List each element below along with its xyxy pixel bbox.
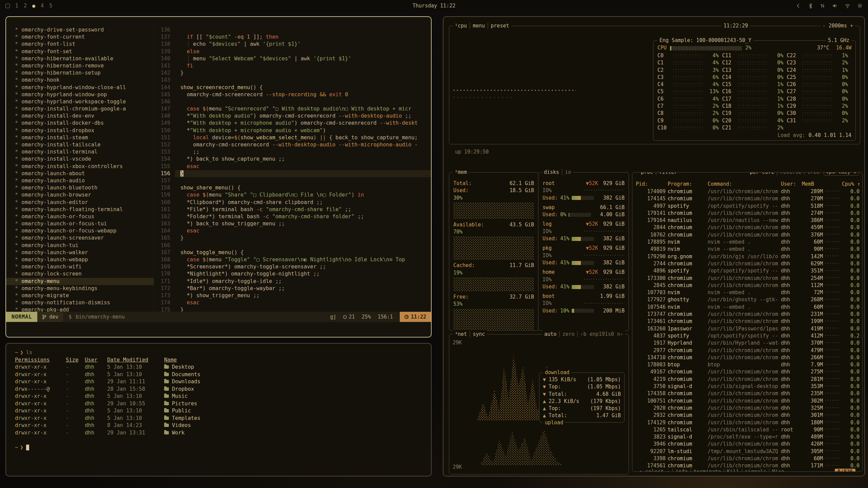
file-item[interactable]: *omarchy-hyprland-window-pop [15, 91, 154, 98]
code-line[interactable]: *File*) terminal bash -c "omarchy-cmd-sh… [180, 206, 431, 213]
code-line[interactable]: omarchy-cmd-screenrecord --with-desktop-… [180, 141, 431, 148]
net-interface-tabs[interactable]: auto│zero│‹b enp191s0 n› [542, 330, 625, 338]
workspace-1[interactable]: 1 [15, 3, 18, 9]
code-line[interactable]: *Screensaver*) omarchy-toggle-screensave… [180, 263, 431, 270]
process-row[interactable]: 2845chromium/usr/lib/chromium/chromdhh11… [636, 282, 860, 289]
code-line[interactable]: *Nightlight*) omarchy-toggle-nightlight … [180, 270, 431, 278]
code-line[interactable]: *"With desktop audio") omarchy-cmd-scree… [180, 113, 431, 120]
file-item[interactable]: *omarchy-launch-webapp [15, 256, 154, 263]
prompt-line-current[interactable]: ~❯ [15, 444, 431, 451]
net-tabs[interactable]: ³net│sync [453, 330, 487, 338]
code-buffer[interactable]: if [[ "$count" -eq 1 ]]; then │ echo "$d… [175, 26, 431, 313]
workspace-4[interactable]: 4 [41, 3, 44, 9]
file-item[interactable]: *omarchy-launch-wifi [15, 263, 154, 270]
code-line[interactable]: show_toggle_menu() { [180, 249, 431, 256]
file-item[interactable]: *omarchy-hook [15, 77, 154, 84]
code-line[interactable]: esac [180, 163, 431, 170]
code-line[interactable]: case $(menu "Share" "▢ Clipboard\n▢ File… [180, 191, 431, 199]
file-item[interactable]: *omarchy-menu [6, 278, 154, 285]
process-row[interactable]: 4837spotify/opt/spotify/spotify --dhh412… [636, 332, 860, 340]
code-line[interactable]: } [180, 69, 431, 77]
process-row[interactable]: 178003btopbtopdhh7.9M0.0 [636, 361, 860, 368]
process-row[interactable]: 178895nvimnvim --embed .dhh60M0.0 [636, 239, 860, 246]
process-row[interactable]: 3750signal-d/usr/lib/signal-desktopdhh35… [636, 383, 860, 390]
process-row[interactable]: 92207lm-studi/tmp/.mount_lmstudw3AZQdhh3… [636, 448, 860, 455]
code-line[interactable]: *Clipboard*) omarchy-cmd-share clipboard… [180, 199, 431, 206]
code-line[interactable]: *) back_to show_trigger_menu ;; [180, 220, 431, 227]
code-line[interactable]: case $(menu "Toggle" "▢ Screensaver\n◐ N… [180, 256, 431, 263]
menu-icon[interactable] [5, 4, 10, 8]
code-line[interactable]: *Bar*) omarchy-toggle-waybar ;; [180, 285, 431, 292]
code-line[interactable]: show_share_menu() { [180, 184, 431, 191]
code-line[interactable]: *"With desktop + microphone audio + webc… [180, 127, 431, 134]
code-line[interactable] [180, 98, 431, 105]
editor-window[interactable]: *omarchy-drive-set-password*omarchy-font… [5, 16, 432, 338]
code-line[interactable]: *Folder*) terminal bash -c "omarchy-cmd-… [180, 213, 431, 220]
file-item[interactable]: *omarchy-install-vscode [15, 156, 154, 163]
proc-footer[interactable]: ↑ select ↓│info│terminate│Kill│signals│N… [637, 468, 786, 472]
process-row[interactable]: 3946chromium/usr/lib/chromium/chromdhh42… [636, 441, 860, 448]
process-row[interactable]: 1265tailscal/usr/sbin/tailscaled --root9… [636, 426, 860, 433]
process-row[interactable]: 173747chromium/usr/lib/chromium/chromdhh… [636, 311, 860, 318]
code-line[interactable]: } [180, 235, 431, 242]
code-line[interactable]: *) show_trigger_menu ;; [180, 292, 431, 299]
code-line[interactable]: omarchy-cmd-screenrecord --stop-recordin… [180, 91, 431, 98]
process-row[interactable]: 173461chromium/usr/lib/chromium/chromdhh… [636, 318, 860, 325]
update-interval[interactable]: - 2000ms + [821, 22, 855, 29]
file-item[interactable]: *omarchy-launch-browser [15, 191, 154, 199]
code-line[interactable]: esac [180, 299, 431, 306]
process-row[interactable]: 4219chromium/usr/lib/chromium/chromdhh28… [636, 376, 860, 383]
process-row[interactable]: 3398chromium/usr/lib/chromium/chromdhh60… [636, 455, 860, 462]
code-line[interactable] [180, 77, 431, 84]
file-item[interactable]: *omarchy-launch-bluetooth [15, 184, 154, 191]
process-row[interactable]: 1917Hyprland/usr/bin/Hyprland --watchdog… [636, 340, 860, 347]
file-item[interactable]: *omarchy-hyprland-window-close-all [15, 84, 154, 91]
file-item[interactable]: *omarchy-launch-or-focus-tui [15, 220, 154, 227]
file-item[interactable]: *omarchy-launch-tui [15, 242, 154, 249]
gear-icon[interactable] [857, 3, 863, 8]
file-item[interactable]: *omarchy-hibernation-available [15, 55, 154, 62]
file-item[interactable]: *omarchy-install-xbox-controllers [15, 163, 154, 170]
code-line[interactable]: if [[ "$count" -eq 1 ]]; then [180, 34, 431, 41]
file-item[interactable]: *omarchy-install-tailscale [15, 141, 154, 148]
process-row[interactable]: 2920chromium/usr/lib/chromium/chromdhh32… [636, 405, 860, 412]
chevron-left-icon[interactable] [796, 3, 801, 8]
file-item[interactable]: *omarchy-font-set [15, 48, 154, 55]
proc-table-header[interactable]: Pid:Program:Command:User:MemBCpu% ↑ [636, 181, 860, 188]
process-row[interactable]: 4896spotify/opt/spotify/spotify --dhh351… [636, 267, 860, 274]
process-row[interactable]: 100751chromium/usr/lib/chromium/chromdhh… [636, 398, 860, 405]
file-item[interactable]: *omarchy-launch-walker [15, 249, 154, 256]
process-row[interactable]: 179290org.gnom/usr/bin/gjs /usr/lib/odhh… [636, 253, 860, 260]
process-row[interactable]: 107703nvimnvim --embed .dhh72M0.0 [636, 289, 860, 296]
mem-tab[interactable]: ²mem [453, 168, 469, 176]
process-row[interactable]: 174358chromium/usr/lib/chromium/chromdhh… [636, 390, 860, 397]
terminal-window[interactable]: ~❯ls PermissionsSizeUserDate ModifiedNam… [5, 343, 432, 476]
file-item[interactable]: *omarchy-install-dropbox [15, 127, 154, 134]
code-line[interactable] [180, 26, 431, 34]
volume-icon[interactable] [832, 3, 838, 8]
code-line[interactable]: case $(menu "Screenrecord" "▢ With deskt… [180, 105, 431, 113]
code-line[interactable]: } [175, 170, 431, 177]
file-item[interactable]: *omarchy-menu-keybindings [15, 285, 154, 292]
file-item[interactable]: *omarchy-font-current [15, 34, 154, 41]
code-line[interactable]: *) back_to show_capture_menu ;; [180, 156, 431, 163]
workspace-switcher[interactable]: 12●45 [5, 3, 52, 9]
file-item[interactable]: *omarchy-install-chromium-google-a [15, 105, 154, 113]
workspace-3[interactable]: ● [32, 3, 35, 9]
file-item[interactable]: *omarchy-install-dev-env [15, 113, 154, 120]
file-item[interactable]: *omarchy-launch-editor [15, 199, 154, 206]
process-row[interactable]: 174145chromium/usr/lib/chromium/chromdhh… [636, 195, 860, 202]
btop-window[interactable]: ¹cpu│menu│preset 11:22:29 - 2000ms + Eng… [443, 16, 865, 476]
sync-icon[interactable] [820, 3, 825, 8]
code-line[interactable]: local device=$(show_webcam_select_menu) … [180, 134, 431, 141]
code-line[interactable]: *Idle*) omarchy-toggle-idle ;; [180, 278, 431, 285]
process-row[interactable]: 4997spotify/opt/spotify/spotify --dhh518… [636, 203, 860, 210]
process-row[interactable]: 1632601passwor/usr/lib/1Password/1passwo… [636, 325, 860, 332]
process-row[interactable]: 179141chromium/usr/lib/chromium/chromdhh… [636, 210, 860, 217]
wifi-icon[interactable] [845, 3, 850, 8]
proc-tabs[interactable]: ⁴proc│filter [636, 172, 679, 176]
file-item[interactable]: *omarchy-launch-floating-terminal [15, 206, 154, 213]
file-item[interactable]: *omarchy-hibernation-remove [15, 62, 154, 69]
process-row[interactable]: 49819nvimnvim --embed .dhh90M0.0 [636, 246, 860, 253]
file-item[interactable]: *omarchy-install-steam [15, 134, 154, 141]
